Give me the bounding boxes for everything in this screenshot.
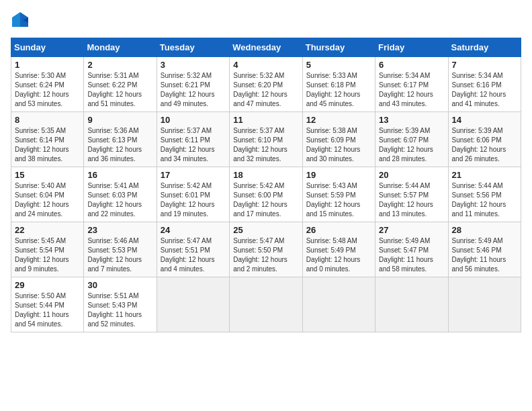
calendar-cell: 19Sunrise: 5:43 AMSunset: 5:59 PMDayligh… — [302, 167, 375, 222]
calendar-cell: 10Sunrise: 5:37 AMSunset: 6:11 PMDayligh… — [157, 112, 229, 167]
cell-info: Sunrise: 5:48 AMSunset: 5:49 PMDaylight:… — [306, 236, 371, 274]
cell-info: Sunrise: 5:36 AMSunset: 6:13 PMDaylight:… — [87, 126, 152, 164]
cell-info: Sunrise: 5:41 AMSunset: 6:03 PMDaylight:… — [87, 181, 152, 219]
cell-info: Sunrise: 5:51 AMSunset: 5:43 PMDaylight:… — [87, 291, 152, 329]
day-number: 8 — [15, 115, 80, 125]
day-number: 20 — [379, 170, 444, 180]
svg-marker-1 — [12, 12, 20, 27]
calendar-cell: 27Sunrise: 5:49 AMSunset: 5:47 PMDayligh… — [375, 222, 448, 277]
day-number: 15 — [15, 170, 80, 180]
logo — [11, 11, 32, 30]
day-number: 7 — [452, 60, 517, 70]
calendar-cell: 16Sunrise: 5:41 AMSunset: 6:03 PMDayligh… — [84, 167, 157, 222]
calendar-week-3: 15Sunrise: 5:40 AMSunset: 6:04 PMDayligh… — [11, 167, 521, 222]
calendar-cell: 23Sunrise: 5:46 AMSunset: 5:53 PMDayligh… — [84, 222, 157, 277]
cell-info: Sunrise: 5:39 AMSunset: 6:06 PMDaylight:… — [452, 126, 517, 164]
day-number: 6 — [379, 60, 444, 70]
day-number: 16 — [87, 170, 152, 180]
calendar-cell: 13Sunrise: 5:39 AMSunset: 6:07 PMDayligh… — [375, 112, 448, 167]
calendar-week-4: 22Sunrise: 5:45 AMSunset: 5:54 PMDayligh… — [11, 222, 521, 277]
calendar-cell: 26Sunrise: 5:48 AMSunset: 5:49 PMDayligh… — [302, 222, 375, 277]
day-number: 3 — [161, 60, 226, 70]
column-header-saturday: Saturday — [448, 38, 521, 57]
calendar-week-2: 8Sunrise: 5:35 AMSunset: 6:14 PMDaylight… — [11, 112, 521, 167]
day-number: 25 — [233, 225, 298, 235]
column-header-monday: Monday — [84, 38, 157, 57]
column-header-tuesday: Tuesday — [157, 38, 229, 57]
calendar-cell — [302, 277, 375, 332]
calendar-cell: 14Sunrise: 5:39 AMSunset: 6:06 PMDayligh… — [448, 112, 521, 167]
day-number: 17 — [161, 170, 226, 180]
calendar-cell: 2Sunrise: 5:31 AMSunset: 6:22 PMDaylight… — [84, 57, 157, 112]
calendar-cell: 5Sunrise: 5:33 AMSunset: 6:18 PMDaylight… — [302, 57, 375, 112]
cell-info: Sunrise: 5:43 AMSunset: 5:59 PMDaylight:… — [306, 181, 371, 219]
cell-info: Sunrise: 5:30 AMSunset: 6:24 PMDaylight:… — [15, 71, 80, 109]
calendar-header-row: SundayMondayTuesdayWednesdayThursdayFrid… — [11, 38, 521, 57]
calendar-cell: 25Sunrise: 5:47 AMSunset: 5:50 PMDayligh… — [230, 222, 302, 277]
calendar-cell: 22Sunrise: 5:45 AMSunset: 5:54 PMDayligh… — [11, 222, 84, 277]
day-number: 26 — [306, 225, 371, 235]
calendar-cell: 24Sunrise: 5:47 AMSunset: 5:51 PMDayligh… — [157, 222, 229, 277]
day-number: 9 — [87, 115, 152, 125]
cell-info: Sunrise: 5:34 AMSunset: 6:17 PMDaylight:… — [379, 71, 444, 109]
day-number: 29 — [15, 280, 80, 290]
cell-info: Sunrise: 5:44 AMSunset: 5:57 PMDaylight:… — [379, 181, 444, 219]
calendar-cell: 30Sunrise: 5:51 AMSunset: 5:43 PMDayligh… — [84, 277, 157, 332]
day-number: 18 — [233, 170, 298, 180]
calendar-cell: 4Sunrise: 5:32 AMSunset: 6:20 PMDaylight… — [230, 57, 302, 112]
day-number: 13 — [379, 115, 444, 125]
calendar-cell — [448, 277, 521, 332]
day-number: 14 — [452, 115, 517, 125]
column-header-sunday: Sunday — [11, 38, 84, 57]
day-number: 1 — [15, 60, 80, 70]
calendar-cell: 6Sunrise: 5:34 AMSunset: 6:17 PMDaylight… — [375, 57, 448, 112]
cell-info: Sunrise: 5:45 AMSunset: 5:54 PMDaylight:… — [15, 236, 80, 274]
logo-icon — [11, 11, 30, 30]
cell-info: Sunrise: 5:42 AMSunset: 6:01 PMDaylight:… — [161, 181, 226, 219]
column-header-friday: Friday — [375, 38, 448, 57]
cell-info: Sunrise: 5:31 AMSunset: 6:22 PMDaylight:… — [87, 71, 152, 109]
day-number: 5 — [306, 60, 371, 70]
day-number: 11 — [233, 115, 298, 125]
cell-info: Sunrise: 5:32 AMSunset: 6:20 PMDaylight:… — [233, 71, 298, 109]
cell-info: Sunrise: 5:39 AMSunset: 6:07 PMDaylight:… — [379, 126, 444, 164]
cell-info: Sunrise: 5:44 AMSunset: 5:56 PMDaylight:… — [452, 181, 517, 219]
cell-info: Sunrise: 5:37 AMSunset: 6:11 PMDaylight:… — [161, 126, 226, 164]
cell-info: Sunrise: 5:46 AMSunset: 5:53 PMDaylight:… — [87, 236, 152, 274]
day-number: 12 — [306, 115, 371, 125]
cell-info: Sunrise: 5:49 AMSunset: 5:46 PMDaylight:… — [452, 236, 517, 274]
cell-info: Sunrise: 5:49 AMSunset: 5:47 PMDaylight:… — [379, 236, 444, 274]
day-number: 23 — [87, 225, 152, 235]
day-number: 28 — [452, 225, 517, 235]
calendar-week-5: 29Sunrise: 5:50 AMSunset: 5:44 PMDayligh… — [11, 277, 521, 332]
day-number: 2 — [87, 60, 152, 70]
calendar-cell: 15Sunrise: 5:40 AMSunset: 6:04 PMDayligh… — [11, 167, 84, 222]
calendar-cell: 12Sunrise: 5:38 AMSunset: 6:09 PMDayligh… — [302, 112, 375, 167]
day-number: 4 — [233, 60, 298, 70]
day-number: 19 — [306, 170, 371, 180]
cell-info: Sunrise: 5:40 AMSunset: 6:04 PMDaylight:… — [15, 181, 80, 219]
day-number: 27 — [379, 225, 444, 235]
cell-info: Sunrise: 5:47 AMSunset: 5:50 PMDaylight:… — [233, 236, 298, 274]
column-header-wednesday: Wednesday — [230, 38, 302, 57]
calendar-week-1: 1Sunrise: 5:30 AMSunset: 6:24 PMDaylight… — [11, 57, 521, 112]
cell-info: Sunrise: 5:42 AMSunset: 6:00 PMDaylight:… — [233, 181, 298, 219]
calendar-cell: 1Sunrise: 5:30 AMSunset: 6:24 PMDaylight… — [11, 57, 84, 112]
cell-info: Sunrise: 5:35 AMSunset: 6:14 PMDaylight:… — [15, 126, 80, 164]
calendar-cell — [157, 277, 229, 332]
calendar-cell — [375, 277, 448, 332]
day-number: 22 — [15, 225, 80, 235]
calendar-cell: 29Sunrise: 5:50 AMSunset: 5:44 PMDayligh… — [11, 277, 84, 332]
cell-info: Sunrise: 5:38 AMSunset: 6:09 PMDaylight:… — [306, 126, 371, 164]
calendar-cell — [230, 277, 302, 332]
cell-info: Sunrise: 5:34 AMSunset: 6:16 PMDaylight:… — [452, 71, 517, 109]
calendar-cell: 8Sunrise: 5:35 AMSunset: 6:14 PMDaylight… — [11, 112, 84, 167]
calendar-cell: 20Sunrise: 5:44 AMSunset: 5:57 PMDayligh… — [375, 167, 448, 222]
page-header — [11, 11, 521, 30]
day-number: 10 — [161, 115, 226, 125]
calendar-cell: 17Sunrise: 5:42 AMSunset: 6:01 PMDayligh… — [157, 167, 229, 222]
calendar-cell: 9Sunrise: 5:36 AMSunset: 6:13 PMDaylight… — [84, 112, 157, 167]
calendar-cell: 18Sunrise: 5:42 AMSunset: 6:00 PMDayligh… — [230, 167, 302, 222]
calendar-cell: 11Sunrise: 5:37 AMSunset: 6:10 PMDayligh… — [230, 112, 302, 167]
day-number: 24 — [161, 225, 226, 235]
